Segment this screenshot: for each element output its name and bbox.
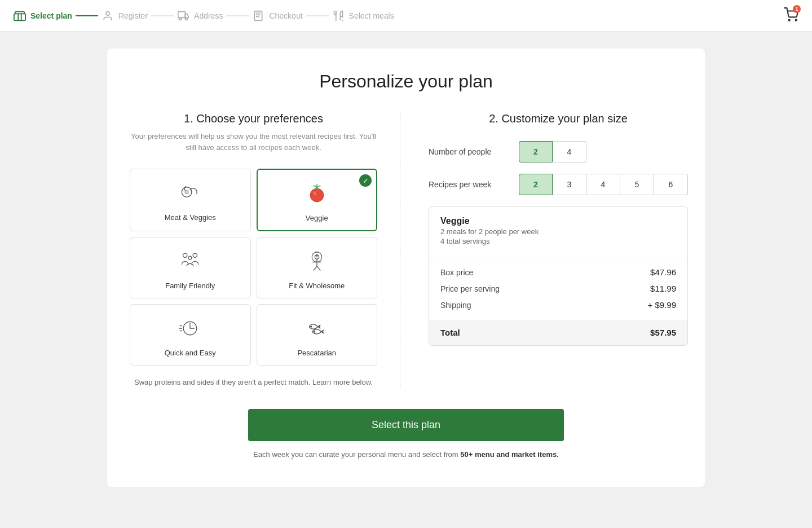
pescatarian-icon bbox=[304, 316, 329, 343]
fit-wholesome-icon bbox=[304, 249, 329, 276]
svg-point-12 bbox=[183, 253, 187, 257]
recipes-4-btn[interactable]: 4 bbox=[586, 174, 620, 195]
veggie-check-icon: ✓ bbox=[359, 174, 372, 187]
svg-point-13 bbox=[193, 253, 197, 257]
select-btn-wrap: Select this plan Each week you can curat… bbox=[130, 409, 682, 459]
box-icon bbox=[14, 10, 26, 22]
people-2-btn[interactable]: 2 bbox=[519, 141, 553, 162]
preference-grid: Meat & Veggies ✓ bbox=[130, 169, 377, 366]
svg-rect-2 bbox=[178, 11, 186, 17]
select-plan-button[interactable]: Select this plan bbox=[248, 409, 564, 441]
svg-point-9 bbox=[185, 191, 188, 194]
people-options: 2 4 bbox=[519, 141, 586, 162]
svg-point-7 bbox=[796, 19, 797, 20]
people-row: Number of people 2 4 bbox=[429, 141, 688, 162]
veggie-label: Veggie bbox=[306, 214, 328, 222]
quick-easy-label: Quick and Easy bbox=[165, 349, 216, 357]
footer-note: Each week you can curate your personal m… bbox=[130, 450, 682, 459]
pref-meat-veggies[interactable]: Meat & Veggies bbox=[130, 169, 251, 231]
footer-note-text: Each week you can curate your personal m… bbox=[253, 450, 460, 459]
pescatarian-label: Pescatarian bbox=[297, 349, 336, 357]
meat-veggies-label: Meat & Veggies bbox=[165, 213, 216, 222]
total-row: Total $57.95 bbox=[429, 320, 687, 345]
box-price-label: Box price bbox=[440, 268, 473, 277]
register-label: Register bbox=[118, 11, 148, 20]
recipes-2-btn[interactable]: 2 bbox=[519, 174, 553, 195]
veggie-icon bbox=[304, 181, 329, 208]
shipping-label: Shipping bbox=[440, 301, 471, 310]
nav-step-select-plan[interactable]: Select plan bbox=[14, 10, 72, 22]
per-serving-val: $11.99 bbox=[650, 284, 676, 293]
per-serving-label: Price per serving bbox=[440, 284, 500, 293]
section1-title: 1. Choose your preferences bbox=[130, 112, 377, 125]
section2-title: 2. Customize your plan size bbox=[429, 112, 688, 125]
utensils-icon bbox=[332, 10, 345, 22]
nav-line-1 bbox=[76, 15, 98, 16]
svg-point-19 bbox=[314, 331, 315, 332]
pref-family-friendly[interactable]: Family Friendly bbox=[130, 237, 251, 298]
plan-card: Personalize your plan 1. Choose your pre… bbox=[107, 49, 705, 487]
recipes-6-btn[interactable]: 6 bbox=[654, 174, 688, 195]
svg-point-6 bbox=[789, 19, 790, 20]
user-icon bbox=[102, 10, 114, 22]
pref-pescatarian[interactable]: Pescatarian bbox=[257, 304, 378, 366]
pref-quick-easy[interactable]: Quick and Easy bbox=[130, 304, 251, 366]
svg-point-18 bbox=[310, 326, 311, 327]
recipes-3-btn[interactable]: 3 bbox=[553, 174, 586, 195]
recipes-label: Recipes per week bbox=[429, 180, 508, 189]
columns: 1. Choose your preferences Your preferen… bbox=[130, 112, 682, 389]
pricing-meals: 2 meals for 2 people per week bbox=[440, 227, 676, 236]
box-price-row: Box price $47.96 bbox=[440, 264, 676, 280]
footer-note-bold: 50+ menu and market items. bbox=[460, 450, 559, 459]
total-label: Total bbox=[440, 328, 460, 337]
total-val: $57.95 bbox=[650, 328, 676, 337]
pricing-servings: 4 total servings bbox=[440, 237, 676, 245]
pricing-rows: Box price $47.96 Price per serving $11.9… bbox=[429, 257, 687, 320]
family-friendly-label: Family Friendly bbox=[165, 281, 215, 290]
svg-rect-0 bbox=[14, 14, 25, 20]
svg-rect-5 bbox=[255, 11, 262, 20]
nav-step-select-meals[interactable]: Select meals bbox=[332, 10, 394, 22]
svg-point-14 bbox=[188, 256, 192, 259]
svg-point-10 bbox=[310, 188, 323, 201]
nav-steps: Select plan Register bbox=[14, 10, 394, 22]
recipes-row: Recipes per week 2 3 4 5 6 bbox=[429, 174, 688, 195]
fit-wholesome-label: Fit & Wholesome bbox=[289, 281, 345, 290]
select-plan-label: Select plan bbox=[30, 11, 72, 20]
pref-veggie[interactable]: ✓ Veggie bbox=[257, 169, 378, 231]
people-4-btn[interactable]: 4 bbox=[553, 141, 586, 162]
family-friendly-icon bbox=[178, 249, 202, 276]
left-column: 1. Choose your preferences Your preferen… bbox=[130, 112, 400, 389]
nav-line-4 bbox=[306, 15, 329, 16]
nav-step-address[interactable]: Address bbox=[177, 10, 223, 22]
nav-bar: Select plan Register bbox=[0, 0, 812, 32]
recipes-5-btn[interactable]: 5 bbox=[620, 174, 654, 195]
pref-fit-wholesome[interactable]: Fit & Wholesome bbox=[257, 237, 378, 298]
section1-subtitle: Your preferences will help us show you t… bbox=[130, 131, 377, 153]
main-content: Personalize your plan 1. Choose your pre… bbox=[96, 32, 716, 504]
cart-button[interactable]: 1 bbox=[784, 7, 798, 24]
cart-badge: 1 bbox=[793, 5, 801, 13]
pricing-box: Veggie 2 meals for 2 people per week 4 t… bbox=[429, 206, 688, 346]
right-column: 2. Customize your plan size Number of pe… bbox=[400, 112, 688, 389]
nav-line-2 bbox=[151, 15, 174, 16]
quick-easy-icon bbox=[178, 316, 202, 343]
nav-step-checkout[interactable]: Checkout bbox=[252, 10, 302, 22]
receipt-icon bbox=[252, 10, 264, 22]
svg-point-4 bbox=[185, 17, 187, 20]
swap-note: Swap proteins and sides if they aren't a… bbox=[130, 377, 377, 389]
nav-step-register[interactable]: Register bbox=[102, 10, 148, 22]
meat-veggies-icon bbox=[178, 181, 202, 208]
per-serving-row: Price per serving $11.99 bbox=[440, 280, 676, 297]
truck-icon bbox=[177, 10, 189, 22]
address-label: Address bbox=[194, 11, 223, 20]
svg-point-1 bbox=[106, 11, 110, 15]
select-meals-label: Select meals bbox=[349, 11, 394, 20]
page-title: Personalize your plan bbox=[130, 71, 682, 92]
checkout-label: Checkout bbox=[269, 11, 302, 20]
shipping-row: Shipping + $9.99 bbox=[440, 297, 676, 313]
people-label: Number of people bbox=[429, 147, 508, 156]
recipes-options: 2 3 4 5 6 bbox=[519, 174, 688, 195]
pricing-header: Veggie 2 meals for 2 people per week 4 t… bbox=[429, 207, 687, 257]
shipping-val: + $9.99 bbox=[648, 300, 676, 310]
